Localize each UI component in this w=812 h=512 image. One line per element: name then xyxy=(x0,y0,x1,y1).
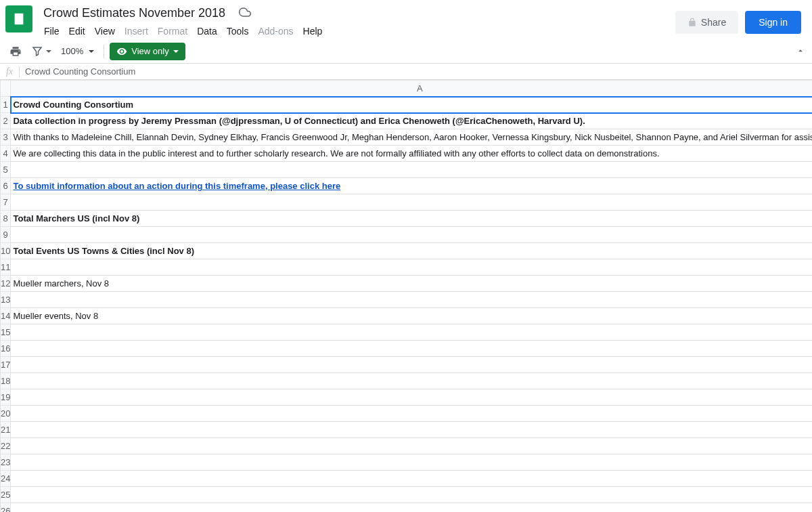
row-header-22[interactable]: 22 xyxy=(1,438,11,454)
share-label: Share xyxy=(701,17,726,28)
cloud-saved-icon xyxy=(239,6,251,20)
doc-title[interactable]: Crowd Estimates November 2018 xyxy=(39,5,229,22)
cell-A26[interactable] xyxy=(11,503,812,513)
cell-A18[interactable] xyxy=(11,373,812,389)
row-header-13[interactable]: 13 xyxy=(1,292,11,308)
cell-A9[interactable] xyxy=(11,227,812,243)
menu-file[interactable]: File xyxy=(39,23,64,39)
cell-A4[interactable]: We are collecting this data in the publi… xyxy=(11,146,812,162)
menu-insert: Insert xyxy=(120,23,153,39)
zoom-dropdown[interactable]: 100% xyxy=(57,43,98,59)
menu-addons: Add-ons xyxy=(253,23,298,39)
cell-A15[interactable] xyxy=(11,324,812,341)
row-header-24[interactable]: 24 xyxy=(1,471,11,487)
cell-A6[interactable]: To submit information about an action du… xyxy=(11,178,812,194)
cell-A19[interactable] xyxy=(11,389,812,406)
formula-input[interactable]: Crowd Counting Consortium xyxy=(20,66,812,77)
row-header-20[interactable]: 20 xyxy=(1,406,11,422)
menu-tools[interactable]: Tools xyxy=(222,23,254,39)
eye-icon xyxy=(116,46,127,57)
menu-view[interactable]: View xyxy=(90,23,120,39)
row-header-5[interactable]: 5 xyxy=(1,162,11,178)
cell-A11[interactable] xyxy=(11,259,812,276)
cell-A1[interactable]: Crowd Counting Consortium xyxy=(11,97,812,113)
row-header-8[interactable]: 8 xyxy=(1,211,11,227)
cell-A16[interactable] xyxy=(11,341,812,357)
row-header-14[interactable]: 14 xyxy=(1,308,11,324)
cell-A24[interactable] xyxy=(11,471,812,487)
cell-A20[interactable] xyxy=(11,406,812,422)
print-icon[interactable] xyxy=(5,41,26,62)
row-header-19[interactable]: 19 xyxy=(1,389,11,406)
cell-A22[interactable] xyxy=(11,438,812,454)
menu-data[interactable]: Data xyxy=(192,23,222,39)
row-header-18[interactable]: 18 xyxy=(1,373,11,389)
sheets-logo[interactable] xyxy=(5,5,32,33)
collapse-toolbar-icon[interactable] xyxy=(796,46,805,58)
cell-A10[interactable]: Total Events US Towns & Cities (incl Nov… xyxy=(11,243,812,259)
lock-icon xyxy=(687,18,697,27)
spreadsheet-grid[interactable]: ABCDEFGHIJKL1Crowd Counting Consortium2D… xyxy=(0,80,812,512)
cell-A25[interactable] xyxy=(11,487,812,503)
row-header-21[interactable]: 21 xyxy=(1,422,11,438)
fx-label: fx xyxy=(0,66,19,77)
row-header-1[interactable]: 1 xyxy=(1,97,11,113)
toolbar-separator xyxy=(104,45,104,58)
menu-edit[interactable]: Edit xyxy=(64,23,90,39)
menu-bar: File Edit View Insert Format Data Tools … xyxy=(39,23,675,39)
cell-A13[interactable] xyxy=(11,292,812,308)
row-header-17[interactable]: 17 xyxy=(1,357,11,373)
cell-A21[interactable] xyxy=(11,422,812,438)
cell-A8[interactable]: Total Marchers US (incl Nov 8) xyxy=(11,211,812,227)
row-header-2[interactable]: 2 xyxy=(1,113,11,129)
filter-icon[interactable] xyxy=(27,41,55,62)
menu-format: Format xyxy=(153,23,192,39)
cell-A7[interactable] xyxy=(11,194,812,211)
signin-button[interactable]: Sign in xyxy=(745,11,801,34)
row-header-12[interactable]: 12 xyxy=(1,276,11,292)
cell-A3[interactable]: With thanks to Madeleine Chill, Elannah … xyxy=(11,129,812,146)
row-header-6[interactable]: 6 xyxy=(1,178,11,194)
col-header-A[interactable]: A xyxy=(11,81,812,97)
row-header-26[interactable]: 26 xyxy=(1,503,11,513)
cell-A12[interactable]: Mueller marchers, Nov 8 xyxy=(11,276,812,292)
row-header-16[interactable]: 16 xyxy=(1,341,11,357)
row-header-10[interactable]: 10 xyxy=(1,243,11,259)
row-header-9[interactable]: 9 xyxy=(1,227,11,243)
select-all-corner[interactable] xyxy=(1,81,11,97)
view-only-label: View only xyxy=(131,46,168,56)
chevron-down-icon xyxy=(173,50,179,53)
row-header-25[interactable]: 25 xyxy=(1,487,11,503)
row-header-23[interactable]: 23 xyxy=(1,454,11,471)
share-button[interactable]: Share xyxy=(675,11,738,34)
menu-help[interactable]: Help xyxy=(298,23,328,39)
cell-A5[interactable] xyxy=(11,162,812,178)
row-header-7[interactable]: 7 xyxy=(1,194,11,211)
row-header-15[interactable]: 15 xyxy=(1,324,11,341)
cell-A23[interactable] xyxy=(11,454,812,471)
view-only-button[interactable]: View only xyxy=(110,43,185,60)
cell-A2[interactable]: Data collection in progress by Jeremy Pr… xyxy=(11,113,812,129)
cell-A17[interactable] xyxy=(11,357,812,373)
row-header-3[interactable]: 3 xyxy=(1,129,11,146)
row-header-4[interactable]: 4 xyxy=(1,146,11,162)
row-header-11[interactable]: 11 xyxy=(1,259,11,276)
cell-A14[interactable]: Mueller events, Nov 8 xyxy=(11,308,812,324)
